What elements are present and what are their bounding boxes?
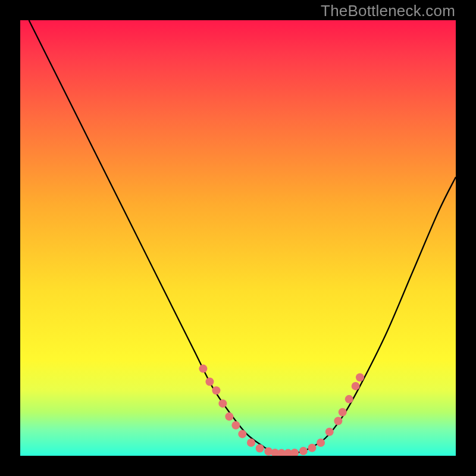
curve-marker (334, 416, 342, 425)
curve-marker (225, 412, 233, 421)
curve-marker (317, 439, 325, 447)
curve-marker (199, 365, 207, 373)
curve-marker (212, 386, 220, 394)
frame-border-left (0, 0, 20, 476)
curve-marker (299, 447, 308, 455)
curve-marker (247, 439, 255, 447)
frame-border-bottom (0, 456, 476, 476)
curve-marker (356, 373, 364, 381)
curve-marker (345, 395, 353, 403)
chart-frame: TheBottleneck.com (0, 0, 476, 476)
curve-marker (238, 430, 246, 438)
curve-marker (352, 382, 360, 390)
curve-marker (339, 408, 347, 416)
curve-marker (231, 421, 240, 430)
curve-marker (256, 444, 264, 453)
curve-marker (205, 378, 214, 386)
curve-marker (308, 444, 316, 452)
curve-layer (20, 20, 456, 456)
frame-border-right (456, 0, 476, 476)
bottleneck-curve (29, 20, 456, 454)
curve-marker (325, 428, 334, 436)
curve-marker (218, 399, 227, 408)
curve-markers (199, 365, 364, 458)
watermark-text: TheBottleneck.com (321, 2, 455, 20)
